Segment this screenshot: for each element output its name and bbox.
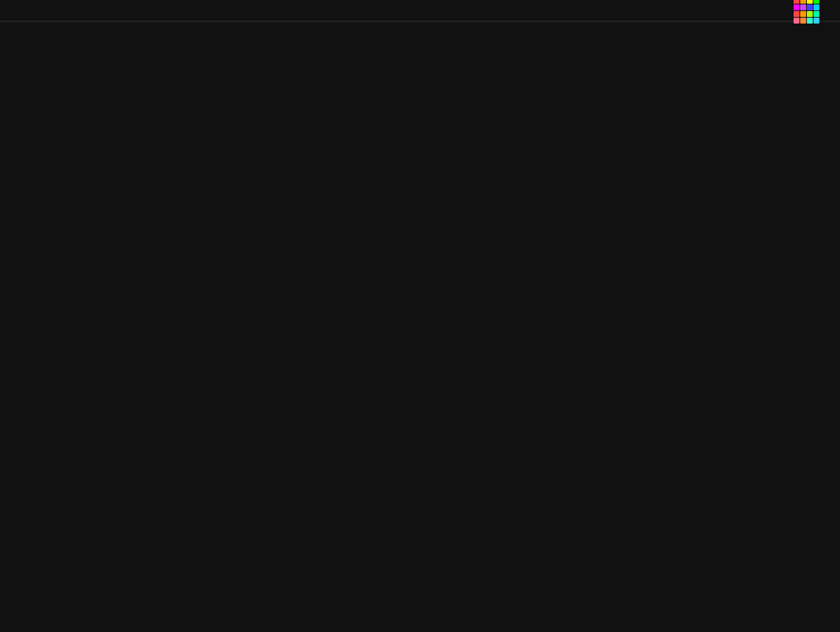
logo-cell xyxy=(807,0,813,4)
logo-grid xyxy=(794,0,819,24)
app-container xyxy=(0,0,840,22)
logo-cell xyxy=(807,4,813,10)
logo-cell xyxy=(813,4,819,10)
logo-cell xyxy=(813,0,819,4)
logo-cell xyxy=(800,4,806,10)
logo-cell xyxy=(807,11,813,17)
tiermaker-logo xyxy=(794,0,825,24)
logo-cell xyxy=(800,18,806,24)
logo-cell xyxy=(794,11,799,17)
header xyxy=(0,0,840,22)
logo-cell xyxy=(794,18,799,24)
logo-cell xyxy=(813,11,819,17)
logo-cell xyxy=(800,0,806,4)
logo-cell xyxy=(807,18,813,24)
logo-cell xyxy=(800,11,806,17)
logo-cell xyxy=(794,4,799,10)
logo-cell xyxy=(813,18,819,24)
logo-cell xyxy=(794,0,799,4)
